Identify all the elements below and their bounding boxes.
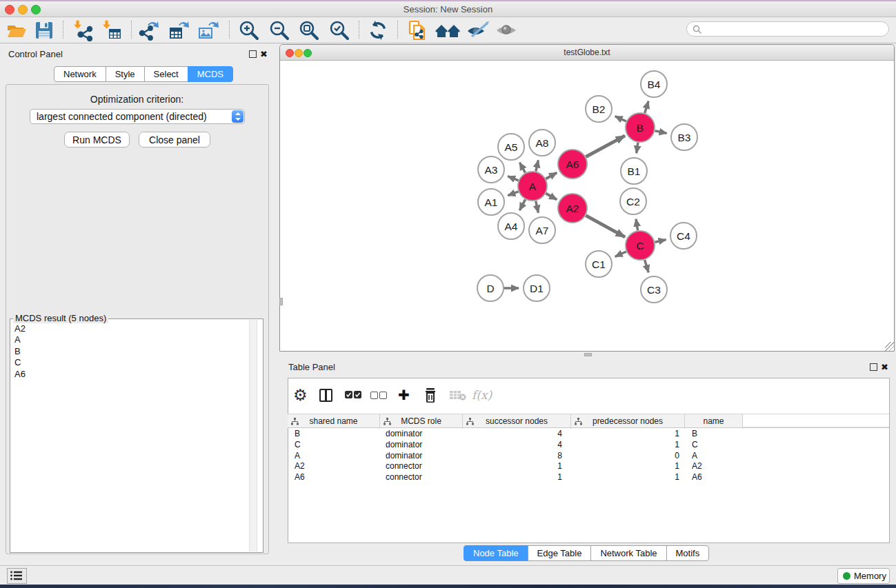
table-panel-close-icon[interactable]: ✖ <box>881 362 888 372</box>
task-list-button[interactable] <box>7 568 27 584</box>
node-A6[interactable]: A6 <box>558 150 587 179</box>
show-panel-icon[interactable] <box>495 19 517 41</box>
table-row[interactable]: Cdominator41C <box>288 440 743 451</box>
edge-A-A5[interactable] <box>519 163 525 173</box>
mcds-result-scrollbar[interactable] <box>249 320 257 551</box>
copy-network-icon[interactable] <box>406 19 428 41</box>
node-A8[interactable]: A8 <box>529 130 555 156</box>
table-tab-edge-table[interactable]: Edge Table <box>528 545 592 561</box>
deselect-checkboxes-icon[interactable] <box>370 385 387 405</box>
node-B4[interactable]: B4 <box>641 71 667 97</box>
node-B[interactable]: B <box>626 113 655 142</box>
edge-B-B3[interactable] <box>655 131 667 134</box>
hide-panel-icon[interactable] <box>466 19 488 41</box>
add-column-icon[interactable]: ✚ <box>398 385 410 405</box>
edge-C-C2[interactable] <box>636 219 638 231</box>
mcds-result-item[interactable]: A6 <box>11 369 26 380</box>
edge-A-A6[interactable] <box>546 173 557 179</box>
delete-table-icon[interactable] <box>450 385 466 405</box>
edge-C-C3[interactable] <box>645 260 649 272</box>
resize-grip-icon[interactable] <box>885 342 894 351</box>
edge-A-A8[interactable] <box>536 160 539 171</box>
splitter-handle[interactable] <box>584 353 592 356</box>
table-tab-network-table[interactable]: Network Table <box>590 545 666 561</box>
split-view-icon[interactable] <box>319 385 332 405</box>
run-mcds-button[interactable]: Run MCDS <box>64 132 130 148</box>
table-row[interactable]: A6connector11A6 <box>288 472 743 483</box>
tab-network[interactable]: Network <box>54 66 106 82</box>
edge-B-B2[interactable] <box>615 116 626 121</box>
settings-gear-icon[interactable]: ⚙ <box>293 385 308 405</box>
mcds-result-item[interactable]: A <box>11 334 26 345</box>
table-row[interactable]: A2connector11A2 <box>288 461 743 472</box>
memory-button[interactable]: Memory <box>837 568 890 584</box>
mcds-result-item[interactable]: C <box>11 357 26 368</box>
table-row[interactable]: Adominator80A <box>288 451 743 462</box>
edge-B-B1[interactable] <box>637 143 638 154</box>
node-C1[interactable]: C1 <box>586 251 612 277</box>
edge-A2-C[interactable] <box>586 216 625 237</box>
node-C2[interactable]: C2 <box>620 188 646 214</box>
edge-A-A4[interactable] <box>519 199 525 210</box>
close-panel-button[interactable]: Close panel <box>139 132 210 148</box>
table-tab-motifs[interactable]: Motifs <box>666 545 710 561</box>
zoom-fit-icon[interactable] <box>298 19 320 41</box>
select-all-checkboxes-icon[interactable] <box>345 385 362 405</box>
optimization-criterion-dropdown[interactable]: largest connected component (directed) <box>30 109 245 124</box>
node-C4[interactable]: C4 <box>670 223 697 249</box>
zoom-selected-icon[interactable] <box>328 19 350 41</box>
node-B3[interactable]: B3 <box>671 124 697 150</box>
zoom-out-icon[interactable] <box>268 19 290 41</box>
column-header-successor-nodes[interactable]: successor nodes <box>463 414 571 429</box>
tab-select[interactable]: Select <box>144 66 188 82</box>
edge-B-B4[interactable] <box>645 101 648 113</box>
node-A4[interactable]: A4 <box>498 213 524 239</box>
export-table-icon[interactable] <box>168 19 190 41</box>
edge-C-C4[interactable] <box>655 240 666 243</box>
import-network-icon[interactable] <box>72 19 94 41</box>
node-C3[interactable]: C3 <box>641 276 667 303</box>
edge-A-A3[interactable] <box>508 176 519 181</box>
network-canvas[interactable]: B4B2BB3A8A5A6A3B1AA1C2A2A4A7C4CC1C3DD1 <box>280 61 894 351</box>
node-A1[interactable]: A1 <box>478 189 504 215</box>
node-A[interactable]: A <box>518 172 547 201</box>
node-A5[interactable]: A5 <box>498 134 524 160</box>
import-table-icon[interactable] <box>101 19 123 41</box>
node-A7[interactable]: A7 <box>529 217 555 243</box>
edge-A-A7[interactable] <box>536 201 539 213</box>
column-header-shared-name[interactable]: shared name <box>288 414 380 429</box>
table-tab-node-table[interactable]: Node Table <box>464 545 528 561</box>
refresh-layout-icon[interactable] <box>367 19 389 41</box>
tab-style[interactable]: Style <box>106 66 145 82</box>
delete-column-icon[interactable] <box>424 385 437 405</box>
splitter-handle[interactable] <box>279 298 283 305</box>
control-panel-float-icon[interactable] <box>249 50 257 58</box>
zoom-in-icon[interactable] <box>238 19 260 41</box>
tab-mcds[interactable]: MCDS <box>188 66 233 82</box>
column-header-predecessor-nodes[interactable]: predecessor nodes <box>571 414 685 429</box>
column-header-name[interactable]: name <box>685 414 743 429</box>
node-C[interactable]: C <box>626 231 655 260</box>
mcds-result-item[interactable]: B <box>11 346 26 357</box>
node-A2[interactable]: A2 <box>558 194 587 223</box>
save-session-icon[interactable] <box>33 19 55 41</box>
node-B2[interactable]: B2 <box>586 96 612 122</box>
column-header-MCDS-role[interactable]: MCDS role <box>380 414 463 429</box>
mcds-result-item[interactable]: A2 <box>11 323 26 334</box>
node-B1[interactable]: B1 <box>621 158 647 184</box>
edge-A-A2[interactable] <box>546 194 557 200</box>
node-A3[interactable]: A3 <box>478 156 504 183</box>
edge-C-C1[interactable] <box>615 252 626 256</box>
function-builder-icon[interactable]: f(x) <box>472 385 492 405</box>
search-input[interactable] <box>686 21 889 37</box>
node-D1[interactable]: D1 <box>524 275 550 301</box>
table-row[interactable]: Bdominator41B <box>288 429 743 440</box>
control-panel-close-icon[interactable]: ✖ <box>260 49 268 59</box>
table-panel-float-icon[interactable] <box>870 363 877 371</box>
node-D[interactable]: D <box>477 275 504 301</box>
export-network-icon[interactable] <box>138 19 160 41</box>
edge-A6-B[interactable] <box>586 136 625 157</box>
edge-A-A1[interactable] <box>508 192 518 196</box>
export-image-icon[interactable] <box>197 19 219 41</box>
home-view-icon[interactable] <box>435 19 457 41</box>
